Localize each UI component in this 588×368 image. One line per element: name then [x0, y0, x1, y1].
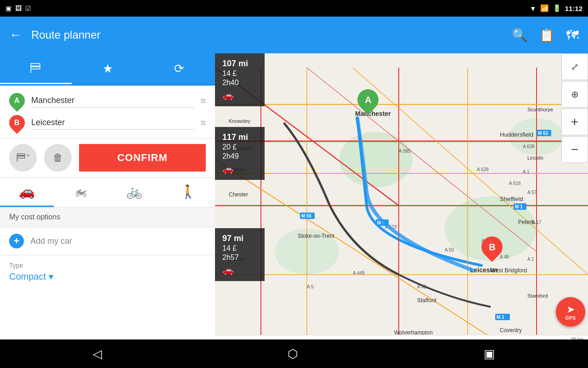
zoom-in-button[interactable]: +: [561, 109, 588, 135]
svg-text:A 580: A 580: [399, 149, 411, 154]
add-car-row[interactable]: + Add my car: [0, 227, 215, 255]
svg-text:M 1: M 1: [497, 315, 504, 320]
map-icon[interactable]: 🗺: [566, 28, 579, 43]
route-2-distance: 117 mi: [222, 132, 257, 142]
origin-input[interactable]: [31, 94, 194, 108]
confirm-button[interactable]: CONFIRM: [79, 144, 206, 172]
transport-tabs: 🚗 🏍 🚲 🚶: [0, 178, 215, 207]
tab-bar: ⛿ ★ ⟳: [0, 53, 215, 86]
checkbox-icon: ☑: [25, 5, 31, 12]
route-tab-icon: ⛿: [30, 61, 42, 75]
android-recents-button[interactable]: ▣: [484, 347, 495, 361]
time-display: 11:12: [565, 5, 582, 12]
route-option-1[interactable]: 107 mi 14 £ 2h40 🚗: [215, 53, 265, 106]
bicycle-transport-icon: 🚲: [126, 184, 142, 199]
destination-marker: B: [6, 112, 28, 134]
svg-text:Stamford: Stamford: [527, 293, 548, 299]
star-tab-icon: ★: [102, 62, 113, 76]
svg-text:A 57: A 57: [527, 190, 537, 195]
svg-text:M 56: M 56: [301, 213, 312, 218]
add-waypoint-icon: ⛿+: [16, 152, 29, 164]
battery-icon: 🔋: [553, 4, 561, 12]
route-3-vehicle-icon: 🚗: [222, 264, 257, 276]
android-home-button[interactable]: ⬡: [288, 347, 298, 361]
destination-drag-handle[interactable]: ≡: [200, 118, 206, 128]
svg-text:Coventry: Coventry: [500, 327, 522, 334]
svg-text:A 1: A 1: [523, 169, 530, 174]
status-bar: ▣ 🖼 ☑ ▼ 📶 🔋 11:12: [0, 0, 588, 17]
gps-button[interactable]: ➤ GPS: [556, 297, 585, 327]
origin-drag-handle[interactable]: ≡: [200, 96, 206, 106]
cost-options-title: My cost options: [9, 213, 60, 221]
android-back-button[interactable]: ◁: [93, 347, 102, 361]
tab-favorites[interactable]: ★: [72, 53, 143, 84]
add-waypoint-button[interactable]: ⛿+: [9, 144, 37, 172]
svg-text:M 62: M 62: [538, 131, 548, 136]
route-1-vehicle-icon: 🚗: [222, 90, 257, 101]
map-pin-a: A: [357, 89, 380, 112]
left-panel: ⛿ ★ ⟳ A ≡ B ≡: [0, 53, 215, 351]
route-option-2[interactable]: 117 mi 20 £ 2h49 🚗: [215, 127, 265, 180]
status-bar-left: ▣ 🖼 ☑: [6, 5, 31, 12]
svg-text:A 1: A 1: [527, 257, 534, 262]
svg-text:West Bridgford: West Bridgford: [491, 267, 527, 274]
fullscreen-button[interactable]: ⤢: [561, 53, 588, 80]
transport-tab-bicycle[interactable]: 🚲: [107, 178, 161, 207]
svg-text:A 5: A 5: [307, 284, 314, 289]
wifi-icon: 📶: [540, 4, 549, 12]
type-value: Compact: [9, 271, 46, 282]
destination-row: B ≡: [9, 115, 206, 131]
type-label: Type: [9, 262, 206, 269]
cost-options-section: My cost options: [0, 207, 215, 227]
back-button[interactable]: ←: [9, 28, 22, 42]
transport-tab-motorcycle[interactable]: 🏍: [54, 178, 107, 207]
route-1-time: 2h40: [222, 79, 257, 87]
map-controls: ⤢ ⊕ + −: [561, 53, 588, 163]
route-2-time: 2h49: [222, 152, 257, 161]
map-svg: Manchester Leicester Huddersfield Scunth…: [215, 53, 588, 351]
recenter-button[interactable]: ⊕: [561, 81, 588, 108]
android-nav-bar: ◁ ⬡ ▣: [0, 339, 588, 368]
map-area[interactable]: Manchester Leicester Huddersfield Scunth…: [215, 53, 588, 351]
route-2-cost: 20 £: [222, 143, 257, 151]
route-inputs: A ≡ B ≡: [0, 86, 215, 138]
tab-route[interactable]: ⛿: [0, 53, 72, 84]
status-bar-right: ▼ 📶 🔋 11:12: [530, 4, 582, 12]
car-transport-icon: 🚗: [19, 184, 35, 199]
type-select[interactable]: Compact ▾: [9, 271, 206, 282]
screen-icon: ▣: [6, 5, 11, 12]
svg-text:A 638: A 638: [523, 144, 535, 149]
top-bar: ← Route planner 🔍 📋 🗺: [0, 17, 588, 53]
walk-transport-icon: 🚶: [180, 184, 196, 199]
transport-tab-walk[interactable]: 🚶: [161, 178, 215, 207]
route-1-distance: 107 mi: [222, 59, 257, 69]
delete-button[interactable]: 🗑: [44, 144, 72, 172]
destination-input[interactable]: [31, 116, 194, 130]
zoom-out-button[interactable]: −: [561, 136, 588, 163]
route-3-cost: 14 £: [222, 244, 257, 253]
document-icon[interactable]: 📋: [539, 28, 555, 43]
svg-point-1: [339, 132, 413, 187]
route-1-cost: 14 £: [222, 69, 257, 78]
route-option-3[interactable]: 97 mi 14 £ 2h57 🚗: [215, 228, 265, 281]
svg-text:A 17: A 17: [532, 220, 541, 225]
map-pin-b: B: [481, 236, 504, 259]
type-row: Type Compact ▾: [0, 255, 215, 288]
svg-text:Stoke-on-Trent: Stoke-on-Trent: [298, 233, 334, 239]
svg-text:A 616: A 616: [509, 181, 521, 186]
map-background: Manchester Leicester Huddersfield Scunth…: [215, 53, 588, 351]
dropdown-arrow-icon: ▾: [49, 271, 53, 282]
origin-row: A ≡: [9, 93, 206, 109]
route-2-vehicle-icon: 🚗: [222, 163, 257, 174]
top-bar-actions: 🔍 📋 🗺: [512, 28, 579, 43]
svg-text:M 1: M 1: [515, 204, 523, 209]
location-icon: ▼: [530, 5, 537, 12]
transport-tab-car[interactable]: 🚗: [0, 178, 54, 207]
gps-icon: ➤: [566, 304, 575, 316]
action-row: ⛿+ 🗑 CONFIRM: [0, 138, 215, 178]
add-car-label: Add my car: [30, 236, 72, 246]
add-car-plus-icon: +: [9, 234, 24, 248]
gps-label: GPS: [565, 316, 576, 321]
tab-history[interactable]: ⟳: [143, 53, 215, 84]
search-icon[interactable]: 🔍: [512, 28, 528, 43]
